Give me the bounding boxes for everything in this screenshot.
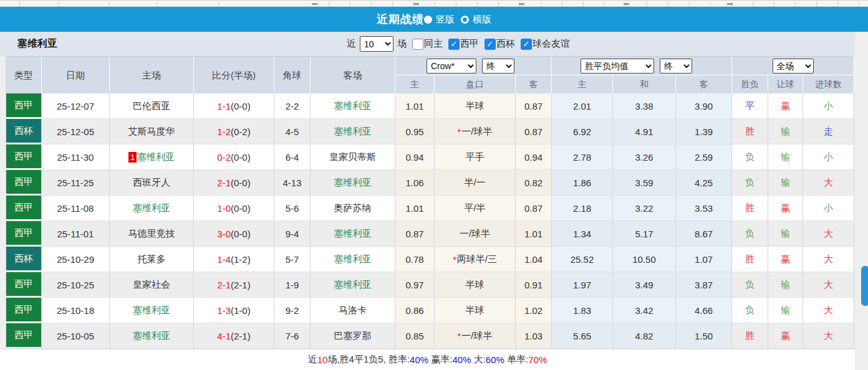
away-team: 塞维利亚 (311, 93, 395, 118)
home-team: 塞维利亚 (110, 196, 194, 221)
strip-divider (604, 1, 605, 6)
layout-radio-1[interactable] (461, 16, 469, 24)
full-score: 0-2 (217, 152, 231, 163)
handicap: *两球半/三 (435, 247, 516, 272)
handicap-result: 赢 (768, 323, 803, 348)
match-score: 1-1(0-0) (194, 93, 274, 118)
filter-checkbox-3[interactable]: ✓ (521, 39, 532, 50)
strip-divider (109, 1, 110, 6)
subcol-avg-away: 客 (676, 75, 732, 94)
filter-checkbox-0[interactable] (412, 39, 423, 50)
odds-company-select[interactable]: Crow* (427, 59, 476, 74)
recent-results-panel: 近期战绩 竖版横版 塞维利亚 近 10 场 同主✓西甲✓西杯✓球会友谊 类型 日… (0, 0, 868, 370)
corners: 6-4 (274, 145, 311, 169)
filter-checkbox-label-2: 西杯 (496, 38, 515, 50)
home-team: 托莱多 (110, 247, 194, 272)
away-team-name: 塞维利亚 (334, 177, 372, 189)
handicap: 半/一 (435, 170, 516, 195)
table-row: 西甲25-11-25西班牙人2-1(0-0)4-13塞维利亚1.06半/一0.8… (6, 170, 854, 196)
half-score: (2-1) (231, 331, 251, 341)
handicap-result: 赢 (768, 93, 803, 118)
odds-home: 1.01 (395, 93, 435, 118)
handicap: 平手 (435, 145, 516, 169)
corners: 9-2 (274, 298, 311, 323)
scroll-thumb[interactable] (861, 266, 868, 306)
match-type-badge: 西甲 (6, 145, 42, 169)
avg-home: 2.01 (552, 93, 613, 118)
match-type-badge: 西甲 (6, 170, 42, 195)
odds-stage-select[interactable]: 终 (482, 59, 514, 74)
matches-count-select[interactable]: 10 (360, 36, 393, 52)
strip-divider (541, 1, 541, 6)
scope-select[interactable]: 全场 (773, 59, 814, 74)
table-row: 西甲25-10-25皇家社会2-1(2-1)1-9塞维利亚0.97半球0.911… (6, 272, 854, 298)
strip-divider (477, 1, 478, 6)
summary-part-9: 单率: (504, 354, 528, 366)
odds-away: 1.04 (516, 247, 552, 272)
goals-result: 大 (803, 221, 854, 246)
subcol-avg-draw: 和 (613, 75, 676, 94)
half-score: (1-0) (231, 305, 251, 316)
strip-divider (218, 1, 219, 6)
result: 平 (732, 93, 768, 118)
handicap-text: 半球 (466, 100, 485, 112)
filter-checkbox-2[interactable]: ✓ (485, 39, 496, 50)
away-team-name: 塞维利亚 (334, 126, 372, 138)
avg-away: 1.07 (676, 247, 732, 272)
panel-title-bar: 近期战绩 竖版横版 (0, 7, 868, 32)
strip-divider (668, 1, 668, 6)
avg-stage-select[interactable]: 终 (660, 59, 692, 74)
away-team: 奥萨苏纳 (311, 196, 395, 221)
away-team: 塞维利亚 (311, 272, 395, 297)
away-team: 皇家贝蒂斯 (311, 145, 395, 169)
handicap: 半球 (435, 298, 516, 323)
col-header-away: 客场 (311, 57, 395, 94)
half-score: (1-2) (231, 254, 251, 265)
odds-home: 0.86 (395, 298, 435, 323)
handicap-star: * (453, 254, 456, 265)
strip-divider (318, 1, 319, 6)
strip-divider (816, 1, 817, 6)
strip-divider (562, 1, 562, 6)
match-score: 3-0(0-0) (194, 221, 274, 246)
handicap-text: 平手 (466, 151, 485, 163)
away-team: 塞维利亚 (311, 247, 395, 272)
table-body: 西甲25-12-07巴伦西亚1-1(0-0)2-2塞维利亚1.01半球0.872… (6, 93, 854, 349)
avg-home: 1.97 (552, 272, 613, 297)
match-score: 1-2(0-2) (194, 119, 274, 144)
full-score: 3-0 (217, 229, 231, 239)
results-table: 类型 日期 主场 比分(半场) 角球 客场 Crow* 终 主 盘口 客 (6, 56, 854, 349)
full-score: 1-2 (217, 126, 231, 137)
match-date: 25-10-25 (42, 272, 110, 297)
avg-home: 5.65 (552, 323, 613, 348)
subcol-odds-home: 主 (395, 75, 435, 94)
away-team: 塞维利亚 (311, 119, 395, 144)
half-score: (0-0) (231, 101, 251, 111)
summary-part-4: 40% (410, 354, 428, 365)
avg-away: 3.53 (676, 196, 732, 221)
strip-divider (456, 1, 456, 6)
filter-checkbox-label-0: 同主 (424, 38, 443, 50)
match-score: 0-2(0-0) (194, 145, 274, 169)
layout-radio-0[interactable] (424, 16, 432, 24)
full-score: 1-3 (217, 305, 231, 316)
home-team-name: 皇家社会 (133, 279, 170, 291)
match-type-badge: 西杯 (6, 119, 42, 144)
strip-divider (795, 1, 796, 6)
avg-type-select[interactable]: 胜平负均值 (581, 59, 654, 74)
avg-home: 2.78 (552, 145, 613, 169)
summary-part-8: 60% (486, 354, 504, 365)
strip-divider (19, 1, 20, 6)
layout-radio-label-1: 横版 (473, 14, 491, 26)
corners: 4-5 (274, 119, 311, 144)
goals-result: 大 (803, 323, 854, 348)
avg-draw: 10.50 (613, 247, 676, 272)
subcol-goals: 进球数 (803, 75, 854, 94)
col-header-score: 比分(半场) (194, 57, 274, 94)
filter-checkbox-1[interactable]: ✓ (448, 39, 460, 50)
result: 胜 (732, 323, 768, 348)
avg-home: 25.52 (552, 247, 613, 272)
filter-checkbox-label-3: 球会友谊 (533, 38, 570, 50)
result: 胜 (732, 196, 768, 221)
odds-away: 0.87 (516, 93, 552, 118)
